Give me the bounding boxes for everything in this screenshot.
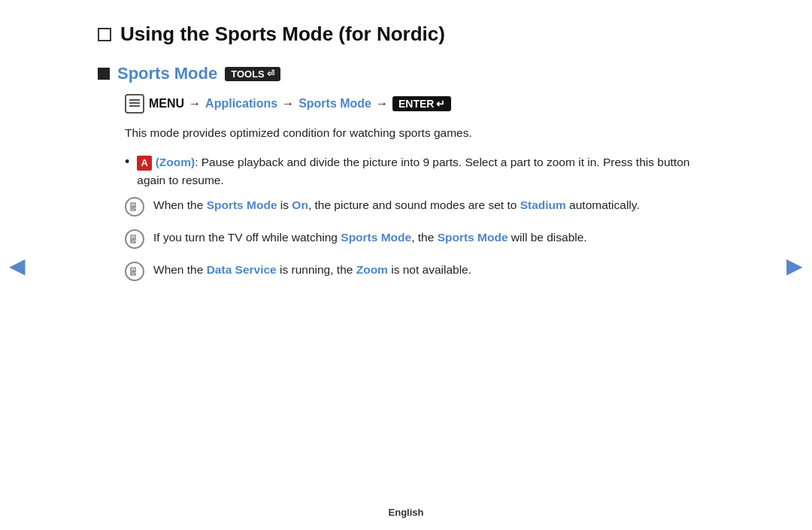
section-square-icon: [98, 68, 110, 80]
page-title: Using the Sports Mode (for Nordic): [120, 23, 445, 46]
menu-navigation: MENU → Applications → Sports Mode → ENTE…: [125, 94, 714, 114]
nav-prev-button[interactable]: ◀: [9, 253, 26, 277]
section-header: Sports Mode TOOLS⏎: [98, 64, 714, 83]
note-item-1: When the Sports Mode is On, the picture …: [125, 196, 714, 217]
tools-badge: TOOLS⏎: [225, 67, 280, 81]
bullet-list: • A (Zoom): Pause playback and divide th…: [125, 153, 714, 189]
bullet-item-zoom: • A (Zoom): Pause playback and divide th…: [125, 153, 714, 189]
zoom-text: (Zoom): Pause playback and divide the pi…: [137, 156, 689, 186]
note-item-2: If you turn the TV off while watching Sp…: [125, 229, 714, 249]
note-text-2: If you turn the TV off while watching Sp…: [153, 229, 587, 247]
footer-language: English: [389, 507, 424, 518]
sports-mode-link-3: Sports Mode: [438, 231, 508, 244]
nav-sports-mode: Sports Mode: [298, 97, 371, 111]
menu-arrow2: →: [282, 97, 294, 111]
page-title-section: Using the Sports Mode (for Nordic): [98, 23, 714, 46]
on-link: On: [292, 198, 308, 211]
sports-mode-link-1: Sports Mode: [207, 198, 277, 211]
svg-rect-1: [129, 102, 140, 104]
menu-icon: [125, 94, 144, 114]
nav-next-button[interactable]: ▶: [786, 253, 803, 277]
note-item-3: When the Data Service is running, the Zo…: [125, 261, 714, 281]
stadium-link: Stadium: [520, 198, 566, 211]
note-icon-2: [125, 229, 144, 249]
main-content: Using the Sports Mode (for Nordic) Sport…: [38, 0, 774, 316]
zoom-link: (Zoom): [156, 156, 195, 168]
note-icon-3: [125, 262, 144, 281]
svg-rect-2: [129, 105, 140, 107]
note-icon-1: [125, 197, 144, 217]
svg-rect-0: [129, 99, 140, 101]
enter-icon: ↵: [436, 98, 445, 110]
note-text-1: When the Sports Mode is On, the picture …: [153, 196, 640, 215]
note-text-3: When the Data Service is running, the Zo…: [153, 261, 471, 280]
tools-badge-text: TOOLS: [231, 68, 265, 80]
enter-label: ENTER: [398, 98, 434, 110]
section-title: Sports Mode: [117, 64, 217, 83]
sports-mode-link-2: Sports Mode: [341, 231, 411, 244]
zoom-link-2: Zoom: [356, 263, 388, 276]
description-text: This mode provides optimized condition f…: [125, 124, 714, 141]
title-checkbox-icon: [98, 28, 111, 41]
nav-applications: Applications: [205, 97, 277, 111]
tools-badge-arrow: ⏎: [267, 68, 274, 79]
bullet-dot: •: [125, 153, 129, 171]
enter-badge: ENTER↵: [392, 96, 451, 111]
menu-label: MENU: [149, 97, 184, 111]
menu-arrow1: →: [189, 97, 201, 111]
bullet-content: A (Zoom): Pause playback and divide the …: [137, 153, 714, 189]
zoom-icon: A: [137, 156, 152, 171]
menu-arrow3: →: [376, 97, 388, 111]
data-service-link: Data Service: [207, 263, 277, 276]
